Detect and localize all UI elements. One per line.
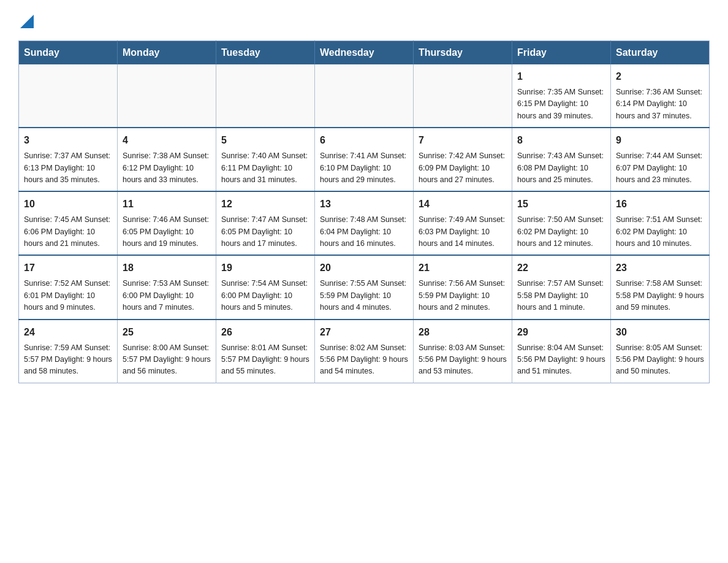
weekday-header-saturday: Saturday <box>611 41 710 65</box>
calendar-cell: 18Sunrise: 7:53 AM Sunset: 6:00 PM Dayli… <box>118 255 216 319</box>
calendar-cell: 2Sunrise: 7:36 AM Sunset: 6:14 PM Daylig… <box>611 64 710 128</box>
calendar-cell: 3Sunrise: 7:37 AM Sunset: 6:13 PM Daylig… <box>19 128 118 191</box>
day-number: 3 <box>24 133 112 148</box>
day-number: 24 <box>24 325 112 340</box>
calendar-cell: 26Sunrise: 8:01 AM Sunset: 5:57 PM Dayli… <box>216 320 315 383</box>
day-info: Sunrise: 7:53 AM Sunset: 6:00 PM Dayligh… <box>123 278 211 313</box>
day-info: Sunrise: 7:52 AM Sunset: 6:01 PM Dayligh… <box>24 278 112 313</box>
day-info: Sunrise: 7:37 AM Sunset: 6:13 PM Dayligh… <box>24 150 112 186</box>
calendar-cell: 24Sunrise: 7:59 AM Sunset: 5:57 PM Dayli… <box>19 320 118 383</box>
calendar-cell: 10Sunrise: 7:45 AM Sunset: 6:06 PM Dayli… <box>19 191 118 255</box>
day-info: Sunrise: 7:59 AM Sunset: 5:57 PM Dayligh… <box>24 342 112 378</box>
day-number: 15 <box>517 197 605 212</box>
day-number: 29 <box>517 325 605 340</box>
calendar-cell: 9Sunrise: 7:44 AM Sunset: 6:07 PM Daylig… <box>611 128 710 191</box>
weekday-header-wednesday: Wednesday <box>315 41 414 65</box>
calendar-cell: 25Sunrise: 8:00 AM Sunset: 5:57 PM Dayli… <box>118 320 216 383</box>
weekday-header-sunday: Sunday <box>19 41 118 65</box>
day-info: Sunrise: 7:56 AM Sunset: 5:59 PM Dayligh… <box>419 278 507 313</box>
day-number: 6 <box>320 133 408 148</box>
day-info: Sunrise: 7:51 AM Sunset: 6:02 PM Dayligh… <box>616 214 704 250</box>
day-number: 16 <box>616 197 704 212</box>
day-number: 7 <box>419 133 507 148</box>
calendar-cell: 8Sunrise: 7:43 AM Sunset: 6:08 PM Daylig… <box>512 128 611 191</box>
day-number: 18 <box>123 261 211 275</box>
day-number: 1 <box>517 69 605 84</box>
calendar-cell <box>414 64 512 128</box>
day-info: Sunrise: 8:01 AM Sunset: 5:57 PM Dayligh… <box>221 342 309 378</box>
day-number: 11 <box>123 197 211 212</box>
weekday-header-monday: Monday <box>118 41 216 65</box>
calendar-cell: 16Sunrise: 7:51 AM Sunset: 6:02 PM Dayli… <box>611 191 710 255</box>
day-info: Sunrise: 8:00 AM Sunset: 5:57 PM Dayligh… <box>123 342 211 378</box>
calendar-cell: 12Sunrise: 7:47 AM Sunset: 6:05 PM Dayli… <box>216 191 315 255</box>
day-info: Sunrise: 7:48 AM Sunset: 6:04 PM Dayligh… <box>320 214 408 250</box>
day-info: Sunrise: 7:55 AM Sunset: 5:59 PM Dayligh… <box>320 278 408 313</box>
calendar-cell <box>118 64 216 128</box>
day-info: Sunrise: 7:57 AM Sunset: 5:58 PM Dayligh… <box>517 278 605 313</box>
calendar-cell: 6Sunrise: 7:41 AM Sunset: 6:10 PM Daylig… <box>315 128 414 191</box>
calendar-cell: 17Sunrise: 7:52 AM Sunset: 6:01 PM Dayli… <box>19 255 118 319</box>
calendar-cell: 14Sunrise: 7:49 AM Sunset: 6:03 PM Dayli… <box>414 191 512 255</box>
weekday-header-tuesday: Tuesday <box>216 41 315 65</box>
day-info: Sunrise: 7:38 AM Sunset: 6:12 PM Dayligh… <box>123 150 211 186</box>
calendar-cell: 22Sunrise: 7:57 AM Sunset: 5:58 PM Dayli… <box>512 255 611 319</box>
svg-marker-0 <box>20 15 34 28</box>
day-info: Sunrise: 7:50 AM Sunset: 6:02 PM Dayligh… <box>517 214 605 250</box>
day-number: 5 <box>221 133 309 148</box>
day-number: 14 <box>419 197 507 212</box>
weekday-header-thursday: Thursday <box>414 41 512 65</box>
day-number: 9 <box>616 133 704 148</box>
calendar-cell: 5Sunrise: 7:40 AM Sunset: 6:11 PM Daylig… <box>216 128 315 191</box>
calendar-cell: 20Sunrise: 7:55 AM Sunset: 5:59 PM Dayli… <box>315 255 414 319</box>
logo-arrow-icon <box>20 12 34 31</box>
calendar-cell: 27Sunrise: 8:02 AM Sunset: 5:56 PM Dayli… <box>315 320 414 383</box>
day-number: 22 <box>517 261 605 275</box>
day-info: Sunrise: 8:05 AM Sunset: 5:56 PM Dayligh… <box>616 342 704 378</box>
calendar-cell: 15Sunrise: 7:50 AM Sunset: 6:02 PM Dayli… <box>512 191 611 255</box>
day-info: Sunrise: 7:43 AM Sunset: 6:08 PM Dayligh… <box>517 150 605 186</box>
calendar-cell: 19Sunrise: 7:54 AM Sunset: 6:00 PM Dayli… <box>216 255 315 319</box>
day-info: Sunrise: 7:49 AM Sunset: 6:03 PM Dayligh… <box>419 214 507 250</box>
day-number: 13 <box>320 197 408 212</box>
day-number: 17 <box>24 261 112 275</box>
day-number: 8 <box>517 133 605 148</box>
day-number: 21 <box>419 261 507 275</box>
calendar-cell <box>19 64 118 128</box>
calendar-table: SundayMondayTuesdayWednesdayThursdayFrid… <box>18 40 710 383</box>
calendar-week-4: 17Sunrise: 7:52 AM Sunset: 6:01 PM Dayli… <box>19 255 710 319</box>
day-number: 19 <box>221 261 309 275</box>
calendar-week-5: 24Sunrise: 7:59 AM Sunset: 5:57 PM Dayli… <box>19 320 710 383</box>
day-info: Sunrise: 7:45 AM Sunset: 6:06 PM Dayligh… <box>24 214 112 250</box>
day-info: Sunrise: 7:54 AM Sunset: 6:00 PM Dayligh… <box>221 278 309 313</box>
calendar-cell: 1Sunrise: 7:35 AM Sunset: 6:15 PM Daylig… <box>512 64 611 128</box>
day-info: Sunrise: 7:42 AM Sunset: 6:09 PM Dayligh… <box>419 150 507 186</box>
day-info: Sunrise: 7:44 AM Sunset: 6:07 PM Dayligh… <box>616 150 704 186</box>
logo <box>18 12 34 28</box>
day-info: Sunrise: 7:58 AM Sunset: 5:58 PM Dayligh… <box>616 278 704 313</box>
day-info: Sunrise: 8:02 AM Sunset: 5:56 PM Dayligh… <box>320 342 408 378</box>
day-info: Sunrise: 7:41 AM Sunset: 6:10 PM Dayligh… <box>320 150 408 186</box>
day-number: 25 <box>123 325 211 340</box>
day-number: 28 <box>419 325 507 340</box>
day-info: Sunrise: 7:46 AM Sunset: 6:05 PM Dayligh… <box>123 214 211 250</box>
calendar-cell: 11Sunrise: 7:46 AM Sunset: 6:05 PM Dayli… <box>118 191 216 255</box>
page-header <box>18 12 710 28</box>
day-info: Sunrise: 8:03 AM Sunset: 5:56 PM Dayligh… <box>419 342 507 378</box>
day-number: 2 <box>616 69 704 84</box>
calendar-cell: 30Sunrise: 8:05 AM Sunset: 5:56 PM Dayli… <box>611 320 710 383</box>
day-info: Sunrise: 7:40 AM Sunset: 6:11 PM Dayligh… <box>221 150 309 186</box>
calendar-cell: 28Sunrise: 8:03 AM Sunset: 5:56 PM Dayli… <box>414 320 512 383</box>
calendar-cell: 29Sunrise: 8:04 AM Sunset: 5:56 PM Dayli… <box>512 320 611 383</box>
day-number: 26 <box>221 325 309 340</box>
calendar-week-2: 3Sunrise: 7:37 AM Sunset: 6:13 PM Daylig… <box>19 128 710 191</box>
calendar-cell <box>216 64 315 128</box>
day-number: 12 <box>221 197 309 212</box>
day-info: Sunrise: 7:36 AM Sunset: 6:14 PM Dayligh… <box>616 86 704 122</box>
day-number: 10 <box>24 197 112 212</box>
day-number: 20 <box>320 261 408 275</box>
calendar-cell: 23Sunrise: 7:58 AM Sunset: 5:58 PM Dayli… <box>611 255 710 319</box>
day-number: 27 <box>320 325 408 340</box>
day-number: 30 <box>616 325 704 340</box>
day-number: 4 <box>123 133 211 148</box>
